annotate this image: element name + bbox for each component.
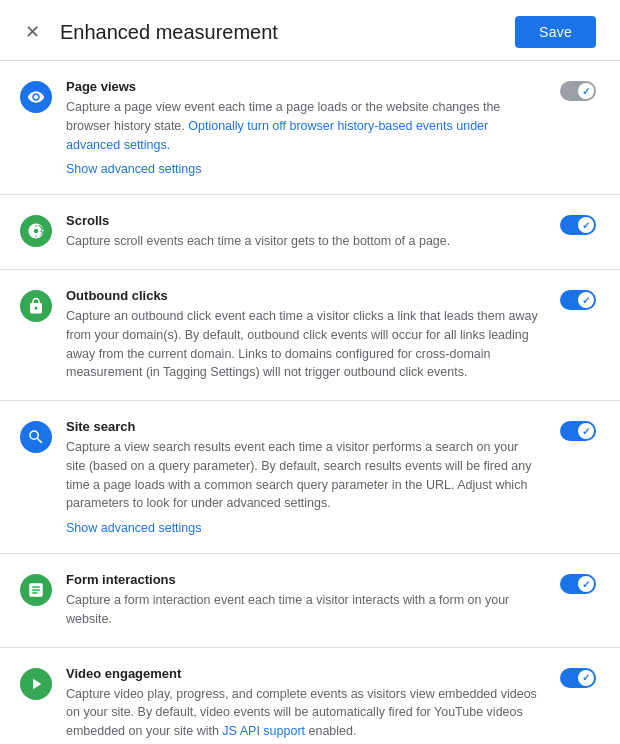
page-views-toggle-wrap[interactable]: ✓ <box>560 81 596 101</box>
form-interactions-title: Form interactions <box>66 572 538 587</box>
outbound-clicks-title: Outbound clicks <box>66 288 538 303</box>
page-views-advanced-link[interactable]: Show advanced settings <box>66 162 538 176</box>
page-views-title: Page views <box>66 79 538 94</box>
video-engagement-js-link[interactable]: JS API support <box>222 724 305 738</box>
site-search-toggle-wrap[interactable]: ✓ <box>560 421 596 441</box>
form-interactions-body: Form interactions Capture a form interac… <box>66 572 538 629</box>
play-icon <box>27 675 45 693</box>
section-scrolls: Scrolls Capture scroll events each time … <box>0 195 620 270</box>
scrolls-toggle-check: ✓ <box>582 220 590 231</box>
site-search-icon-wrap <box>20 421 52 453</box>
form-interactions-toggle-wrap[interactable]: ✓ <box>560 574 596 594</box>
video-engagement-desc: Capture video play, progress, and comple… <box>66 685 538 741</box>
form-icon <box>27 581 45 599</box>
header: ✕ Enhanced measurement Save <box>0 0 620 61</box>
scrolls-toggle-wrap[interactable]: ✓ <box>560 215 596 235</box>
panel: ✕ Enhanced measurement Save Page views C… <box>0 0 620 744</box>
scrolls-title: Scrolls <box>66 213 538 228</box>
eye-icon <box>27 88 45 106</box>
site-search-title: Site search <box>66 419 538 434</box>
site-search-toggle[interactable]: ✓ <box>560 421 596 441</box>
page-views-toggle-check: ✓ <box>582 86 590 97</box>
section-page-views: Page views Capture a page view event eac… <box>0 61 620 195</box>
save-button[interactable]: Save <box>515 16 596 48</box>
close-icon: ✕ <box>25 21 40 43</box>
video-engagement-body: Video engagement Capture video play, pro… <box>66 666 538 741</box>
video-engagement-toggle-check: ✓ <box>582 672 590 683</box>
site-search-advanced-link[interactable]: Show advanced settings <box>66 521 538 535</box>
outbound-clicks-body: Outbound clicks Capture an outbound clic… <box>66 288 538 382</box>
site-search-desc: Capture a view search results event each… <box>66 438 538 513</box>
video-engagement-desc-suffix: enabled. <box>305 724 356 738</box>
video-engagement-icon-wrap <box>20 668 52 700</box>
outbound-clicks-icon-wrap <box>20 290 52 322</box>
site-search-body: Site search Capture a view search result… <box>66 419 538 535</box>
outbound-clicks-toggle[interactable]: ✓ <box>560 290 596 310</box>
video-engagement-toggle[interactable]: ✓ <box>560 668 596 688</box>
section-outbound-clicks: Outbound clicks Capture an outbound clic… <box>0 270 620 401</box>
crosshair-icon <box>27 222 45 240</box>
section-site-search: Site search Capture a view search result… <box>0 401 620 554</box>
page-views-icon-wrap <box>20 81 52 113</box>
scrolls-toggle[interactable]: ✓ <box>560 215 596 235</box>
video-engagement-title: Video engagement <box>66 666 538 681</box>
header-left: ✕ Enhanced measurement <box>16 16 278 48</box>
page-title: Enhanced measurement <box>60 21 278 44</box>
page-views-toggle[interactable]: ✓ <box>560 81 596 101</box>
scrolls-icon-wrap <box>20 215 52 247</box>
scrolls-desc: Capture scroll events each time a visito… <box>66 232 538 251</box>
content: Page views Capture a page view event eac… <box>0 61 620 744</box>
search-icon <box>27 428 45 446</box>
close-button[interactable]: ✕ <box>16 16 48 48</box>
scrolls-body: Scrolls Capture scroll events each time … <box>66 213 538 251</box>
form-interactions-desc: Capture a form interaction event each ti… <box>66 591 538 629</box>
section-form-interactions: Form interactions Capture a form interac… <box>0 554 620 648</box>
outbound-clicks-toggle-wrap[interactable]: ✓ <box>560 290 596 310</box>
form-interactions-icon-wrap <box>20 574 52 606</box>
site-search-toggle-check: ✓ <box>582 426 590 437</box>
video-engagement-toggle-wrap[interactable]: ✓ <box>560 668 596 688</box>
outbound-clicks-desc: Capture an outbound click event each tim… <box>66 307 538 382</box>
outbound-clicks-toggle-check: ✓ <box>582 295 590 306</box>
page-views-body: Page views Capture a page view event eac… <box>66 79 538 176</box>
link-icon <box>27 297 45 315</box>
page-views-desc: Capture a page view event each time a pa… <box>66 98 538 154</box>
form-interactions-toggle-check: ✓ <box>582 579 590 590</box>
section-video-engagement: Video engagement Capture video play, pro… <box>0 648 620 745</box>
form-interactions-toggle[interactable]: ✓ <box>560 574 596 594</box>
